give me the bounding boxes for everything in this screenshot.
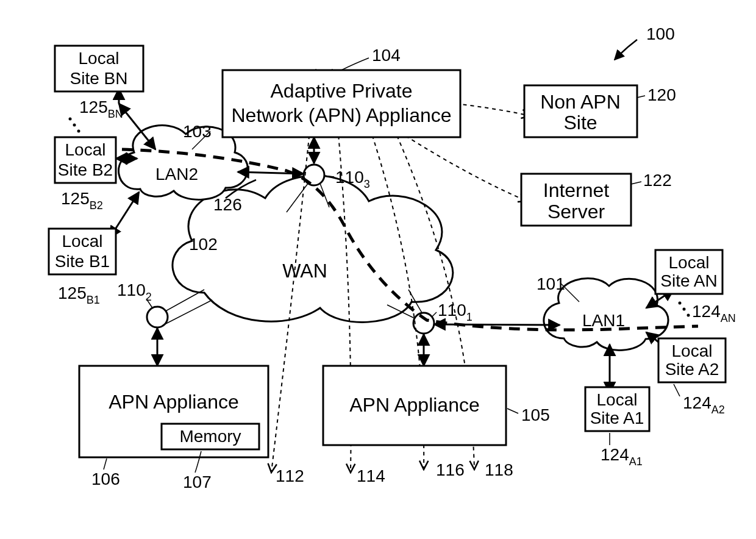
svg-text:124A1: 124A1 (601, 445, 643, 468)
svg-text:Site BN: Site BN (70, 69, 128, 88)
apn-left-ref: 106 (91, 469, 120, 488)
svg-text:124AN: 124AN (692, 302, 736, 324)
svg-text:Network (APN) Appliance: Network (APN) Appliance (231, 104, 451, 126)
svg-text:Memory: Memory (179, 427, 241, 446)
inet-ref: 122 (643, 171, 672, 190)
wan-label: WAN (282, 260, 327, 282)
svg-text:APN Appliance: APN Appliance (349, 394, 479, 416)
local-site-a2: Local Site A2 (658, 338, 726, 382)
svg-text:Site B2: Site B2 (58, 160, 113, 179)
svg-line-0 (166, 290, 204, 311)
svg-point-29 (69, 118, 72, 121)
svg-point-56 (683, 308, 686, 311)
ref-116: 116 (436, 460, 465, 479)
svg-text:Local: Local (597, 390, 638, 409)
svg-line-46 (637, 96, 645, 98)
svg-text:Local: Local (62, 232, 103, 251)
figure-ref-label: 100 (646, 24, 675, 43)
svg-text:Local: Local (79, 49, 119, 68)
node-110-1-ref: 1101 (432, 301, 472, 323)
svg-text:125B1: 125B1 (58, 284, 100, 306)
local-site-b2: Local Site B2 (55, 137, 116, 183)
svg-text:Internet: Internet (543, 179, 610, 201)
svg-line-71 (104, 459, 107, 469)
svg-text:Server: Server (547, 201, 605, 223)
apn-main-ref: 104 (372, 46, 401, 65)
figure-ref: 100 (615, 24, 675, 60)
svg-line-50 (631, 182, 641, 184)
svg-text:Site AN: Site AN (660, 271, 717, 290)
svg-text:Local: Local (672, 341, 713, 360)
svg-text:125BN: 125BN (79, 98, 123, 120)
ref-118: 118 (485, 460, 513, 479)
path-126-ref: 126 (213, 195, 242, 214)
apn-main-appliance: Adaptive Private Network (APN) Appliance (223, 70, 460, 137)
svg-line-62 (674, 384, 680, 396)
internet-server: Internet Server (521, 174, 631, 226)
non-apn-ref: 120 (647, 85, 676, 104)
svg-text:Non APN: Non APN (540, 91, 621, 113)
svg-text:Local: Local (65, 140, 106, 159)
apn-right-ref: 105 (521, 405, 550, 424)
svg-point-57 (687, 314, 690, 317)
svg-text:Adaptive Private: Adaptive Private (270, 80, 412, 102)
network-diagram: 100 WAN 102 LAN2 103 LAN1 101 1103 1102 … (0, 0, 756, 539)
svg-text:Site B1: Site B1 (55, 252, 110, 271)
svg-text:Local: Local (669, 253, 710, 272)
ref-112: 112 (276, 466, 304, 485)
non-apn-site: Non APN Site (524, 85, 637, 137)
local-site-an: Local Site AN (655, 250, 722, 294)
memory-ref: 107 (183, 473, 212, 491)
node-110-2-ref: 1102 (117, 280, 152, 308)
svg-text:Site: Site (563, 112, 597, 134)
lan2-label: LAN2 (155, 165, 198, 184)
apn-appliance-left: APN Appliance Memory (79, 366, 268, 457)
svg-text:125B2: 125B2 (61, 189, 103, 212)
svg-line-16 (434, 324, 560, 325)
svg-text:Site A2: Site A2 (665, 360, 719, 379)
svg-text:Site A1: Site A1 (590, 409, 644, 427)
svg-text:124A2: 124A2 (683, 393, 725, 416)
svg-line-11 (432, 312, 437, 317)
svg-point-55 (679, 302, 682, 305)
apn-appliance-right: APN Appliance (323, 366, 506, 445)
svg-text:APN Appliance: APN Appliance (109, 391, 238, 413)
lan2-ref: 103 (183, 122, 212, 141)
local-site-b1: Local Site B1 (49, 229, 116, 274)
svg-line-1 (162, 300, 212, 326)
lan1-label: LAN1 (582, 311, 625, 330)
local-site-a1: Local Site A1 (585, 387, 649, 431)
svg-line-74 (507, 409, 518, 413)
svg-point-31 (77, 130, 80, 133)
svg-point-30 (73, 124, 76, 127)
wan-ref: 102 (189, 235, 218, 254)
local-site-bn: Local Site BN (55, 46, 143, 91)
ref-114: 114 (357, 466, 385, 485)
